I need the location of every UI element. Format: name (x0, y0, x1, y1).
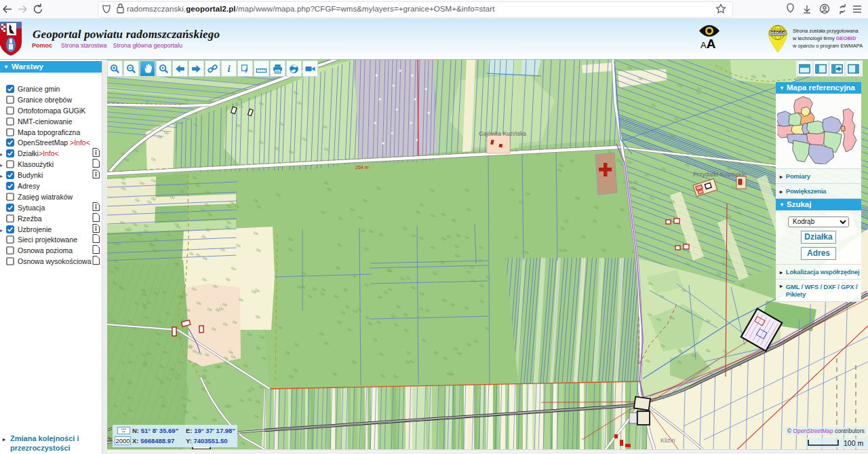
svg-text:✺: ✺ (375, 73, 378, 77)
svg-text:264 m: 264 m (355, 165, 369, 170)
svg-text:✺: ✺ (391, 131, 393, 135)
svg-text:✺: ✺ (399, 69, 401, 73)
svg-text:✺: ✺ (395, 107, 398, 111)
svg-text:✺: ✺ (414, 97, 416, 101)
svg-text:✺: ✺ (410, 121, 412, 125)
svg-text:GEOBID: GEOBID (770, 31, 785, 35)
svg-text:i: i (227, 63, 231, 74)
svg-text:✺: ✺ (427, 111, 430, 115)
svg-text:✺: ✺ (411, 73, 414, 77)
svg-text:Klizin: Klizin (660, 437, 675, 444)
svg-text:Gajówka Kuzińska: Gajówka Kuzińska (479, 130, 526, 137)
svg-text:✺: ✺ (378, 97, 381, 101)
svg-text:100 m: 100 m (844, 439, 863, 447)
svg-text:✺: ✺ (425, 87, 427, 91)
svg-text:✺: ✺ (392, 83, 395, 88)
svg-text:Przydatki-Kuzińskie: Przydatki-Kuzińskie (693, 171, 747, 178)
svg-text:✺: ✺ (382, 141, 384, 145)
svg-text:✺: ✺ (374, 121, 376, 125)
